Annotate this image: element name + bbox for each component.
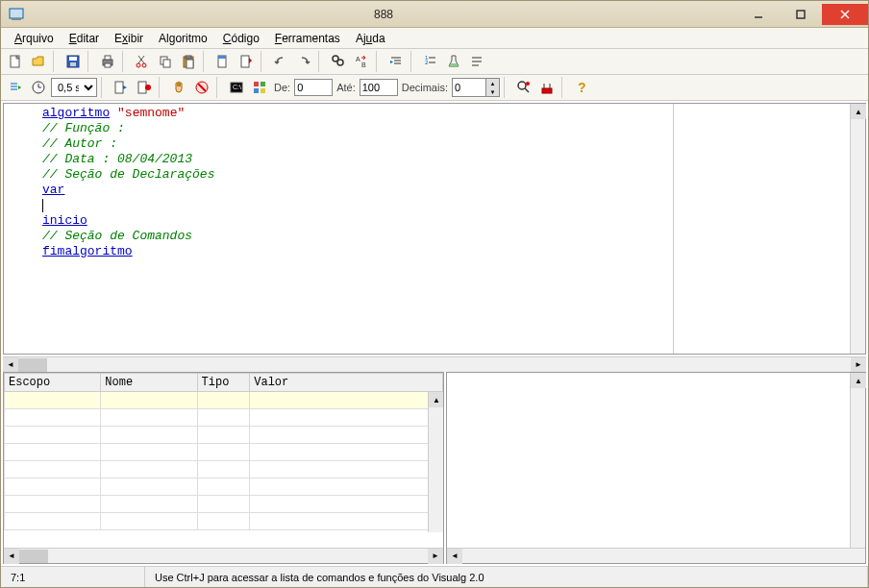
menu-editar[interactable]: Editar bbox=[63, 30, 105, 47]
svg-rect-3 bbox=[797, 11, 805, 18]
col-valor[interactable]: Valor bbox=[250, 374, 443, 392]
inspect-icon[interactable] bbox=[513, 77, 534, 98]
redo-icon[interactable] bbox=[293, 51, 314, 72]
watch-icon[interactable] bbox=[536, 77, 558, 98]
minimize-button[interactable] bbox=[737, 4, 780, 25]
table-row[interactable] bbox=[5, 496, 443, 513]
maximize-button[interactable] bbox=[780, 4, 822, 25]
table-row[interactable] bbox=[5, 427, 443, 444]
editor-vscroll[interactable]: ▲ bbox=[850, 104, 865, 354]
help-icon[interactable]: ? bbox=[571, 77, 592, 98]
decimals-spinner[interactable]: 0▲▼ bbox=[452, 78, 500, 97]
col-escopo[interactable]: Escopo bbox=[5, 374, 101, 392]
menu-exibir[interactable]: Exibir bbox=[109, 30, 149, 47]
spinner-up-icon[interactable]: ▲ bbox=[485, 79, 499, 87]
scroll-right-icon[interactable]: ► bbox=[428, 549, 443, 564]
menu-algoritmo[interactable]: Algoritmo bbox=[153, 30, 213, 47]
win-icon[interactable] bbox=[249, 77, 270, 98]
cursor-position: 7:1 bbox=[1, 567, 145, 587]
svg-rect-11 bbox=[105, 56, 111, 60]
dec-label: Decimais: bbox=[402, 82, 448, 93]
replace-icon[interactable]: AB bbox=[351, 51, 372, 72]
print-icon[interactable] bbox=[97, 51, 118, 72]
format-icon[interactable] bbox=[466, 51, 487, 72]
table-row[interactable] bbox=[5, 513, 443, 530]
stop-icon[interactable] bbox=[191, 77, 212, 98]
scroll-left-icon[interactable]: ◄ bbox=[4, 549, 19, 564]
table-row[interactable] bbox=[5, 461, 443, 478]
clock-icon[interactable] bbox=[28, 77, 49, 98]
svg-rect-20 bbox=[186, 56, 191, 59]
col-nome[interactable]: Nome bbox=[101, 374, 197, 392]
timer-combo[interactable]: 0,5 s bbox=[51, 78, 97, 97]
scroll-up-icon[interactable]: ▲ bbox=[851, 373, 866, 388]
col-tipo[interactable]: Tipo bbox=[197, 374, 250, 392]
bookmark-icon[interactable] bbox=[212, 51, 234, 72]
menu-arquivo[interactable]: Arquivo bbox=[9, 30, 60, 47]
titlebar: 888 bbox=[1, 1, 868, 28]
svg-text:C:\: C:\ bbox=[233, 84, 241, 90]
svg-text:?: ? bbox=[578, 80, 586, 95]
find-icon[interactable] bbox=[328, 51, 349, 72]
svg-point-47 bbox=[145, 85, 151, 90]
svg-rect-8 bbox=[69, 57, 77, 61]
svg-point-15 bbox=[137, 63, 140, 67]
flask-icon[interactable] bbox=[443, 51, 464, 72]
menu-codigo[interactable]: Código bbox=[217, 30, 265, 47]
svg-point-56 bbox=[518, 82, 526, 89]
svg-rect-9 bbox=[70, 62, 76, 66]
hand-icon[interactable] bbox=[168, 77, 189, 98]
paste-icon[interactable] bbox=[178, 51, 199, 72]
scroll-right-icon[interactable]: ► bbox=[851, 357, 866, 373]
menu-ajuda[interactable]: Ajuda bbox=[350, 30, 391, 47]
indent-icon[interactable] bbox=[385, 51, 407, 72]
ate-input[interactable] bbox=[360, 79, 398, 96]
svg-rect-55 bbox=[261, 88, 265, 93]
cut-icon[interactable] bbox=[132, 51, 153, 72]
toolbar-2: 0,5 s C:\ De: Até: Decimais: 0▲▼ ? bbox=[1, 75, 868, 101]
new-file-icon[interactable] bbox=[5, 51, 26, 72]
undo-icon[interactable] bbox=[270, 51, 291, 72]
code-editor[interactable]: algoritmo "semnome"// Função :// Autor :… bbox=[4, 104, 673, 354]
run-list-icon[interactable] bbox=[5, 77, 26, 98]
scroll-left-icon[interactable]: ◄ bbox=[3, 357, 18, 373]
output-vscroll[interactable]: ▲ bbox=[850, 373, 865, 548]
scroll-up-icon[interactable]: ▲ bbox=[429, 392, 443, 407]
step-icon[interactable] bbox=[111, 77, 132, 98]
vartable-hscroll[interactable]: ◄ ► bbox=[4, 548, 443, 563]
output-pane: ▲ ◄ bbox=[446, 372, 866, 564]
svg-text:2: 2 bbox=[425, 60, 429, 65]
svg-text:A: A bbox=[356, 56, 360, 62]
editor-area: algoritmo "semnome"// Função :// Autor :… bbox=[3, 103, 866, 355]
variables-table[interactable]: Escopo Nome Tipo Valor ▲ bbox=[4, 373, 443, 548]
svg-rect-54 bbox=[254, 88, 259, 93]
statusbar: 7:1 Use Ctrl+J para acessar a lista de c… bbox=[1, 566, 868, 587]
open-file-icon[interactable] bbox=[28, 51, 49, 72]
goto-bookmark-icon[interactable] bbox=[236, 51, 257, 72]
editor-hscroll[interactable]: ◄ ► bbox=[3, 356, 866, 372]
save-icon[interactable] bbox=[62, 51, 84, 72]
spinner-down-icon[interactable]: ▼ bbox=[485, 87, 499, 96]
svg-rect-18 bbox=[163, 60, 170, 67]
ate-label: Até: bbox=[336, 82, 356, 93]
table-row[interactable] bbox=[5, 478, 443, 496]
scroll-up-icon[interactable]: ▲ bbox=[851, 104, 866, 119]
de-input[interactable] bbox=[294, 79, 333, 96]
breakpoint-icon[interactable] bbox=[134, 77, 155, 98]
numbered-icon[interactable]: 12 bbox=[420, 51, 441, 72]
output-area[interactable]: ▲ bbox=[447, 373, 865, 548]
vartable-vscroll[interactable]: ▲ bbox=[428, 392, 443, 532]
table-row[interactable] bbox=[5, 392, 443, 409]
svg-rect-24 bbox=[241, 56, 249, 67]
copy-icon[interactable] bbox=[155, 51, 176, 72]
svg-rect-21 bbox=[186, 60, 193, 68]
svg-rect-53 bbox=[261, 82, 265, 86]
console-icon[interactable]: C:\ bbox=[226, 77, 247, 98]
scroll-left-icon[interactable]: ◄ bbox=[447, 549, 462, 564]
table-row[interactable] bbox=[5, 444, 443, 461]
output-hscroll[interactable]: ◄ bbox=[447, 548, 865, 563]
menu-ferramentas[interactable]: Ferramentas bbox=[269, 30, 346, 47]
table-row[interactable] bbox=[5, 409, 443, 427]
svg-rect-23 bbox=[218, 56, 226, 59]
close-button[interactable] bbox=[822, 4, 868, 25]
